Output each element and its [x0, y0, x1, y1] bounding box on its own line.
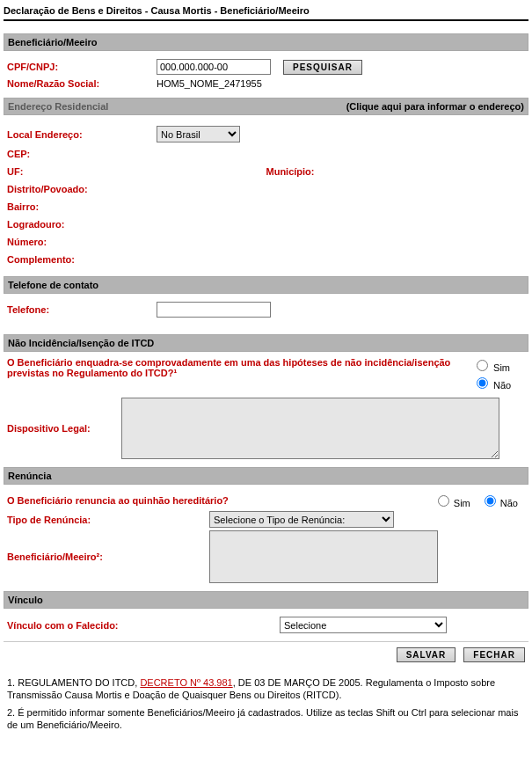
municipio-label: Município: [266, 165, 315, 178]
renuncia-sim-label: Sim [454, 498, 470, 508]
beneficiario-meeiro-label: Beneficiário/Meeiro²: [7, 551, 209, 563]
renuncia-nao-radio[interactable] [485, 495, 496, 507]
itcd-sim-radio[interactable] [477, 360, 488, 371]
endereco-header-text: Endereço Residencial [8, 101, 108, 112]
local-endereco-select[interactable]: No Brasil [157, 126, 240, 142]
vinculo-label: Vínculo com o Falecido: [7, 619, 280, 632]
vinculo-select[interactable]: Selecione [280, 617, 447, 633]
salvar-button[interactable]: SALVAR [397, 647, 456, 662]
footnotes: 1. REGULAMENTO DO ITCD, DECRETO Nº 43.98… [4, 668, 528, 740]
itcd-sim-label: Sim [493, 362, 510, 373]
footnote-1a: 1. REGULAMENTO DO ITCD, [7, 677, 140, 688]
complemento-label: Complemento: [7, 253, 157, 266]
tipo-renuncia-label: Tipo de Renúncia: [7, 514, 209, 526]
page-title: Declaração de Bens e Direitos - Causa Mo… [4, 4, 528, 18]
decreto-link[interactable]: DECRETO Nº 43.981 [140, 677, 232, 688]
section-beneficiario-header: Beneficiário/Meeiro [4, 33, 528, 51]
section-vinculo-header: Vínculo [4, 591, 528, 609]
numero-label: Número: [7, 236, 157, 248]
divider [4, 19, 528, 21]
section-telefone-header: Telefone de contato [4, 276, 528, 294]
logradouro-label: Logradouro: [7, 218, 157, 230]
itcd-nao-label: Não [493, 380, 511, 391]
telefone-label: Telefone: [7, 303, 157, 316]
beneficiario-meeiro-list[interactable] [209, 530, 438, 583]
itcd-nao-radio[interactable] [477, 377, 488, 389]
section-itcd-header: Não Incidência/Isenção de ITCD [4, 334, 528, 352]
cep-label: CEP: [7, 148, 157, 160]
renuncia-nao-label: Não [500, 498, 518, 508]
section-renuncia-header: Renúncia [4, 467, 528, 485]
local-endereco-label: Local Endereço: [7, 128, 157, 141]
bairro-label: Bairro: [7, 201, 157, 213]
dispositivo-textarea[interactable] [121, 398, 499, 459]
cpf-input[interactable] [157, 59, 271, 75]
renuncia-sim-radio[interactable] [438, 495, 449, 507]
itcd-question: O Beneficiário enquadra-se comprovadamen… [7, 357, 472, 378]
nome-value: HOM5_NOME_2471955 [157, 77, 262, 90]
distrito-label: Distrito/Povoado: [7, 183, 157, 195]
pesquisar-button[interactable]: PESQUISAR [283, 60, 362, 75]
nome-label: Nome/Razão Social: [7, 77, 157, 90]
footnote-2: 2. É permitido informar somente Benefici… [7, 706, 525, 731]
telefone-input[interactable] [157, 302, 271, 318]
tipo-renuncia-select[interactable]: Selecione o Tipo de Renúncia: [209, 511, 394, 528]
endereco-header-hint: (Clique aqui para informar o endereço) [346, 101, 524, 112]
renuncia-question: O Beneficiário renuncia ao quinhão hered… [7, 494, 434, 507]
cpf-label: CPF/CNPJ: [7, 61, 157, 73]
fechar-button[interactable]: FECHAR [463, 647, 525, 662]
section-endereco-header[interactable]: Endereço Residencial (Clique aqui para i… [4, 98, 528, 115]
uf-label: UF: [7, 165, 157, 178]
dispositivo-label: Dispositivo Legal: [7, 422, 121, 435]
